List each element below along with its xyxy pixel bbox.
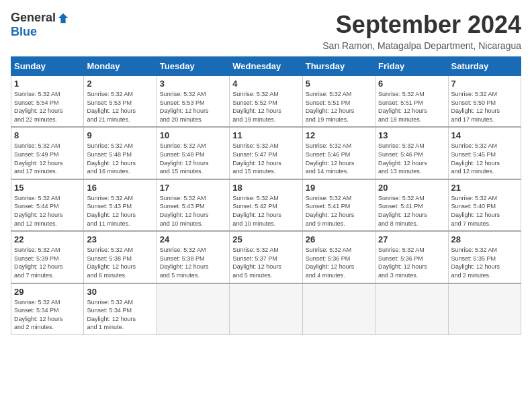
day-info: Sunrise: 5:32 AMSunset: 5:48 PMDaylight:… [160,142,226,175]
day-number: 29 [14,287,81,297]
logo-general-text: General [11,11,56,25]
calendar-day-cell: 14 Sunrise: 5:32 AMSunset: 5:45 PMDaylig… [448,127,521,179]
day-info: Sunrise: 5:32 AMSunset: 5:43 PMDaylight:… [87,194,153,228]
day-number: 24 [160,234,226,244]
day-info: Sunrise: 5:32 AMSunset: 5:37 PMDaylight:… [232,246,299,279]
day-info: Sunrise: 5:32 AMSunset: 5:45 PMDaylight:… [451,142,518,175]
day-number: 16 [87,183,153,193]
calendar-day-cell: 13 Sunrise: 5:32 AMSunset: 5:46 PMDaylig… [375,127,448,179]
day-number: 9 [87,130,153,140]
calendar-day-cell: 12 Sunrise: 5:32 AMSunset: 5:46 PMDaylig… [302,127,375,179]
day-info: Sunrise: 5:32 AMSunset: 5:47 PMDaylight:… [232,142,299,175]
day-number: 13 [378,130,445,140]
calendar-day-cell: 8 Sunrise: 5:32 AMSunset: 5:49 PMDayligh… [11,127,84,179]
calendar-day-cell: 19 Sunrise: 5:32 AMSunset: 5:41 PMDaylig… [302,179,375,231]
calendar-empty-cell [448,283,521,335]
day-info: Sunrise: 5:32 AMSunset: 5:39 PMDaylight:… [14,246,81,279]
day-number: 2 [87,79,153,89]
calendar-day-cell: 20 Sunrise: 5:32 AMSunset: 5:41 PMDaylig… [375,179,448,231]
calendar-table: Sunday Monday Tuesday Wednesday Thursday… [11,56,521,335]
day-number: 10 [160,130,226,140]
day-number: 15 [14,183,81,193]
calendar-week-row: 29 Sunrise: 5:32 AMSunset: 5:34 PMDaylig… [11,283,521,335]
day-number: 21 [451,183,518,193]
calendar-day-cell: 24 Sunrise: 5:32 AMSunset: 5:38 PMDaylig… [157,231,229,283]
day-info: Sunrise: 5:32 AMSunset: 5:42 PMDaylight:… [232,194,299,228]
day-number: 8 [14,130,81,140]
day-info: Sunrise: 5:32 AMSunset: 5:44 PMDaylight:… [14,194,81,228]
day-number: 14 [451,130,518,140]
calendar-day-cell: 15 Sunrise: 5:32 AMSunset: 5:44 PMDaylig… [11,179,84,231]
day-number: 12 [306,130,372,140]
header: General Blue September 2024 San Ramon, M… [11,11,521,51]
calendar-day-cell: 5 Sunrise: 5:32 AMSunset: 5:51 PMDayligh… [302,76,375,128]
location-subtitle: San Ramon, Matagalpa Department, Nicarag… [322,40,521,51]
day-info: Sunrise: 5:32 AMSunset: 5:51 PMDaylight:… [306,90,372,124]
day-info: Sunrise: 5:32 AMSunset: 5:51 PMDaylight:… [378,90,445,124]
calendar-day-cell: 22 Sunrise: 5:32 AMSunset: 5:39 PMDaylig… [11,231,84,283]
day-info: Sunrise: 5:32 AMSunset: 5:53 PMDaylight:… [160,90,226,124]
day-info: Sunrise: 5:32 AMSunset: 5:35 PMDaylight:… [451,246,518,279]
day-info: Sunrise: 5:32 AMSunset: 5:54 PMDaylight:… [14,90,81,124]
calendar-empty-cell [375,283,448,335]
calendar-day-cell: 3 Sunrise: 5:32 AMSunset: 5:53 PMDayligh… [157,76,229,128]
day-number: 23 [87,234,153,244]
calendar-day-cell: 23 Sunrise: 5:32 AMSunset: 5:38 PMDaylig… [84,231,157,283]
col-friday: Friday [375,57,448,76]
calendar-day-cell: 1 Sunrise: 5:32 AMSunset: 5:54 PMDayligh… [11,76,84,128]
day-info: Sunrise: 5:32 AMSunset: 5:52 PMDaylight:… [232,90,299,124]
day-info: Sunrise: 5:32 AMSunset: 5:36 PMDaylight:… [306,246,372,279]
day-number: 6 [378,79,445,89]
day-number: 22 [14,234,81,244]
day-number: 4 [232,79,299,89]
day-number: 20 [378,183,445,193]
day-info: Sunrise: 5:32 AMSunset: 5:53 PMDaylight:… [87,90,153,124]
page-title: September 2024 [322,11,521,39]
logo: General Blue [11,11,69,39]
day-number: 1 [14,79,81,89]
calendar-day-cell: 11 Sunrise: 5:32 AMSunset: 5:47 PMDaylig… [230,127,302,179]
day-number: 25 [232,234,299,244]
calendar-day-cell: 9 Sunrise: 5:32 AMSunset: 5:48 PMDayligh… [84,127,157,179]
calendar-day-cell: 29 Sunrise: 5:32 AMSunset: 5:34 PMDaylig… [11,283,84,335]
day-info: Sunrise: 5:32 AMSunset: 5:49 PMDaylight:… [14,142,81,175]
day-info: Sunrise: 5:32 AMSunset: 5:40 PMDaylight:… [451,194,518,228]
calendar-day-cell: 10 Sunrise: 5:32 AMSunset: 5:48 PMDaylig… [157,127,229,179]
day-info: Sunrise: 5:32 AMSunset: 5:41 PMDaylight:… [306,194,372,228]
day-info: Sunrise: 5:32 AMSunset: 5:46 PMDaylight:… [306,142,372,175]
day-info: Sunrise: 5:32 AMSunset: 5:50 PMDaylight:… [451,90,518,124]
calendar-empty-cell [157,283,229,335]
svg-marker-0 [58,13,68,22]
col-saturday: Saturday [448,57,521,76]
col-thursday: Thursday [302,57,375,76]
calendar-day-cell: 17 Sunrise: 5:32 AMSunset: 5:43 PMDaylig… [157,179,229,231]
day-info: Sunrise: 5:32 AMSunset: 5:43 PMDaylight:… [160,194,226,228]
calendar-day-cell: 28 Sunrise: 5:32 AMSunset: 5:35 PMDaylig… [448,231,521,283]
day-number: 26 [306,234,372,244]
calendar-week-row: 15 Sunrise: 5:32 AMSunset: 5:44 PMDaylig… [11,179,521,231]
day-number: 7 [451,79,518,89]
day-info: Sunrise: 5:32 AMSunset: 5:36 PMDaylight:… [378,246,445,279]
day-number: 17 [160,183,226,193]
day-info: Sunrise: 5:32 AMSunset: 5:41 PMDaylight:… [378,194,445,228]
col-monday: Monday [84,57,157,76]
title-area: September 2024 San Ramon, Matagalpa Depa… [322,11,521,51]
calendar-day-cell: 4 Sunrise: 5:32 AMSunset: 5:52 PMDayligh… [230,76,302,128]
day-number: 27 [378,234,445,244]
col-tuesday: Tuesday [157,57,229,76]
calendar-empty-cell [302,283,375,335]
day-info: Sunrise: 5:32 AMSunset: 5:48 PMDaylight:… [87,142,153,175]
calendar-day-cell: 30 Sunrise: 5:32 AMSunset: 5:34 PMDaylig… [84,283,157,335]
calendar-day-cell: 18 Sunrise: 5:32 AMSunset: 5:42 PMDaylig… [230,179,302,231]
day-number: 3 [160,79,226,89]
day-number: 28 [451,234,518,244]
calendar-week-row: 22 Sunrise: 5:32 AMSunset: 5:39 PMDaylig… [11,231,521,283]
day-number: 19 [306,183,372,193]
col-sunday: Sunday [11,57,84,76]
logo-icon [57,12,69,24]
calendar-header-row: Sunday Monday Tuesday Wednesday Thursday… [11,57,521,76]
day-number: 5 [306,79,372,89]
calendar-day-cell: 6 Sunrise: 5:32 AMSunset: 5:51 PMDayligh… [375,76,448,128]
day-info: Sunrise: 5:32 AMSunset: 5:38 PMDaylight:… [87,246,153,279]
day-info: Sunrise: 5:32 AMSunset: 5:46 PMDaylight:… [378,142,445,175]
